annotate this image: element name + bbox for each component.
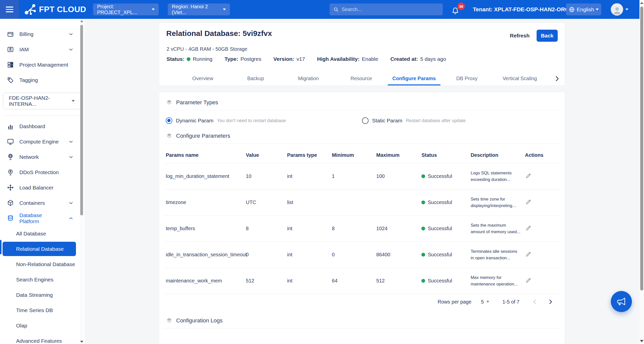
radio-button-unchecked[interactable] — [362, 117, 369, 124]
section-title: Parameter Types — [176, 99, 218, 106]
param-value: 512 — [244, 268, 285, 294]
sidebar-item-dashboard[interactable]: Dashboard — [0, 119, 84, 134]
sidebar-item-label: Load Balancer — [19, 185, 53, 191]
sidebar-item-network[interactable]: Network — [0, 149, 84, 165]
sidebar-subitem-data-streaming[interactable]: Data Streaming — [0, 287, 84, 303]
meta-label: Version: — [273, 56, 294, 62]
back-button[interactable]: Back — [537, 30, 558, 42]
cube-icon — [7, 199, 14, 207]
param-max — [374, 189, 420, 216]
meta-value: Enable — [362, 56, 378, 62]
scroll-up-arrow-icon[interactable] — [80, 20, 83, 22]
sidebar-item-ddos-protection[interactable]: DDoS Protection — [0, 165, 84, 180]
rows-per-page-select[interactable]: 5 — [481, 299, 489, 305]
tab-configure-params[interactable]: Configure Params — [388, 71, 440, 85]
global-search[interactable] — [330, 4, 443, 15]
edit-param-button[interactable] — [525, 277, 532, 284]
hamburger-menu-button[interactable] — [0, 0, 19, 19]
tab-overview[interactable]: Overview — [176, 71, 229, 85]
refresh-button[interactable]: Refresh — [510, 33, 530, 39]
region-selector[interactable]: Region: Hanoi 2 (Viet... — [168, 4, 230, 15]
sidebar-subitem-all-database[interactable]: All Database — [0, 226, 84, 241]
table-header-row: Params name Value Params type Minimum Ma… — [164, 145, 560, 163]
param-type: int — [285, 268, 330, 294]
chevron-down-icon — [596, 9, 599, 10]
chevron-down-icon — [72, 100, 75, 102]
meta-label: Type: — [224, 56, 238, 62]
search-input[interactable] — [342, 7, 439, 12]
feedback-fab[interactable] — [611, 291, 632, 312]
status-dot — [421, 279, 425, 283]
sidebar-item-database-platform[interactable]: Database Platform — [0, 211, 84, 226]
sidebar-subitem-label: Time Series DB — [16, 307, 53, 313]
pencil-icon — [525, 172, 532, 179]
sidebar-item-iam[interactable]: IAM — [0, 42, 84, 57]
notifications-button[interactable]: 39 — [451, 4, 465, 16]
language-selector[interactable]: English — [566, 4, 601, 15]
sidebar-item-load-balancer[interactable]: Load Balancer — [0, 180, 84, 195]
tenant-selector[interactable]: Tenant: XPLAT-FDE-OSP-HAN2-ORG — [473, 0, 575, 19]
layers-icon — [166, 99, 173, 106]
sidebar-item-label: Project Management — [19, 62, 68, 68]
edit-param-button[interactable] — [525, 225, 532, 231]
radio-label: Static Param — [372, 118, 402, 124]
tab-db-proxy[interactable]: DB Proxy — [440, 71, 493, 85]
page-scrollbar[interactable] — [639, 0, 644, 344]
sidebar-subitem-advanced-features[interactable]: Advanced Features — [0, 333, 84, 344]
project-selector[interactable]: Project: PROJECT_XPL... — [93, 4, 159, 15]
tab-backup[interactable]: Backup — [229, 71, 282, 85]
sidebar-item-billing[interactable]: Billing — [0, 26, 84, 42]
sidebar-subitem-non-relational-database[interactable]: Non-Relational Database — [0, 257, 84, 272]
status-dot — [421, 201, 425, 204]
col-description: Description — [469, 145, 523, 163]
sidebar-subitem-label: Search Engines — [16, 277, 53, 283]
sidebar-item-tagging[interactable]: Tagging — [0, 72, 84, 88]
tab-migration[interactable]: Migration — [282, 71, 335, 85]
sidebar-item-label: Billing — [19, 31, 33, 37]
param-min: 8 — [330, 216, 374, 242]
status-text: Successful — [428, 252, 452, 258]
tab-resource[interactable]: Resource — [335, 71, 388, 85]
sidebar-item-compute-engine[interactable]: Compute Engine — [0, 134, 84, 149]
edit-param-button[interactable] — [525, 251, 532, 258]
sidebar-item-containers[interactable]: Containers — [0, 195, 84, 211]
parameter-type-options: Dynamic Param You don't need to restart … — [166, 114, 558, 127]
fpt-cloud-logo-icon — [24, 3, 37, 16]
tabs-scroll-right-icon[interactable] — [553, 75, 561, 82]
edit-param-button[interactable] — [525, 199, 532, 205]
radio-button-checked[interactable] — [166, 117, 172, 124]
meta-value: Postgres — [240, 56, 261, 62]
sidebar-item-project-management[interactable]: Project Management — [0, 57, 84, 72]
scroll-down-arrow-icon[interactable] — [80, 341, 83, 343]
sidebar-subitem-olap[interactable]: Olap — [0, 318, 84, 333]
scroll-down-arrow-icon[interactable] — [640, 340, 643, 342]
scroll-up-arrow-icon[interactable] — [640, 2, 643, 4]
sidebar-subitem-relational-database[interactable]: Relational Database — [3, 242, 76, 256]
param-name: idle_in_transaction_session_timeout — [164, 242, 244, 268]
chevron-down-icon — [486, 301, 489, 303]
sidebar-subitem-label: Olap — [16, 323, 27, 329]
radio-static-param[interactable]: Static Param Restart database after upda… — [362, 117, 558, 124]
workspace-selector[interactable]: FDE-OSP-HAN2-INTERNA... — [3, 93, 80, 109]
sidebar-subitem-label: Non-Relational Database — [16, 261, 75, 267]
sidebar-subitem-time-series-db[interactable]: Time Series DB — [0, 303, 84, 318]
sidebar-item-label: DDoS Protection — [19, 169, 59, 175]
pagination-next-button[interactable] — [547, 298, 556, 306]
chevron-down-icon — [625, 9, 628, 10]
scrollbar-thumb[interactable] — [80, 25, 83, 215]
meta-value: v17 — [297, 56, 305, 62]
user-menu[interactable] — [611, 3, 628, 16]
radio-dynamic-param[interactable]: Dynamic Param You don't need to restart … — [166, 117, 362, 124]
section-title: Configuration Logs — [176, 317, 223, 324]
status-dot — [421, 227, 425, 230]
tab-vertical-scaling[interactable]: Vertical Scaling — [493, 71, 546, 85]
status-text: Successful — [428, 173, 452, 179]
chevron-down-icon — [223, 9, 226, 10]
scrollbar-thumb[interactable] — [640, 7, 643, 290]
sidebar-item-label: Dashboard — [19, 123, 45, 129]
sidebar-subitem-search-engines[interactable]: Search Engines — [0, 272, 84, 287]
pagination-prev-button[interactable] — [532, 298, 540, 306]
edit-param-button[interactable] — [525, 172, 532, 179]
sidebar-scrollbar[interactable] — [80, 19, 84, 344]
status-badge: Successful — [421, 278, 466, 284]
